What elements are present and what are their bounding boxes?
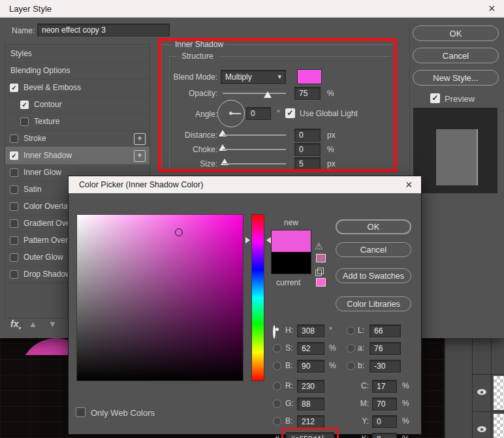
opacity-label: Opacity: xyxy=(165,89,217,98)
y-unit: % xyxy=(402,416,409,426)
c-label: C: xyxy=(358,381,369,390)
outer-glow-checkbox[interactable] xyxy=(10,253,18,262)
angle-dial[interactable] xyxy=(217,100,245,127)
gamut-warning-swatch[interactable] xyxy=(316,254,326,262)
g-input[interactable]: 88 xyxy=(297,398,324,411)
shadow-color-swatch[interactable] xyxy=(297,69,322,84)
s-input[interactable]: 62 xyxy=(297,342,324,355)
sidebar-item-bevel-emboss[interactable]: Bevel & Emboss xyxy=(5,79,150,97)
add-to-swatches-button[interactable]: Add to Swatches xyxy=(336,268,411,283)
layer-style-titlebar[interactable]: Layer Style × xyxy=(0,0,504,18)
sidebar-item-texture[interactable]: Texture xyxy=(5,113,150,131)
lab-b-input[interactable]: -30 xyxy=(370,360,401,373)
distance-slider[interactable] xyxy=(223,134,286,136)
picker-cancel-button[interactable]: Cancel xyxy=(336,242,411,257)
opacity-input[interactable]: 75 xyxy=(294,87,321,100)
contour-checkbox[interactable] xyxy=(20,101,29,109)
color-overlay-checkbox[interactable] xyxy=(10,202,18,211)
h-input[interactable]: 308 xyxy=(297,324,324,337)
angle-input[interactable]: 0 xyxy=(246,107,271,120)
opacity-slider[interactable] xyxy=(223,93,286,94)
move-effect-down-button[interactable]: ▼ xyxy=(48,319,57,329)
fx-menu-button[interactable]: fx▾ xyxy=(10,319,21,331)
opacity-slider-thumb[interactable] xyxy=(264,91,272,98)
texture-checkbox[interactable] xyxy=(20,117,29,126)
gradient-overlay-checkbox[interactable] xyxy=(10,219,18,228)
layer-thumbnail[interactable] xyxy=(494,414,504,438)
radio-b-brightness[interactable] xyxy=(273,362,281,370)
color-field[interactable] xyxy=(76,214,244,381)
radio-lab-b[interactable] xyxy=(347,362,355,370)
use-global-light-checkbox[interactable] xyxy=(285,108,295,118)
y-input[interactable]: 0 xyxy=(372,415,397,428)
inner-shadow-checkbox[interactable] xyxy=(10,151,18,160)
a-input[interactable]: 76 xyxy=(370,342,401,355)
radio-s[interactable] xyxy=(273,344,281,352)
preview-checkbox[interactable] xyxy=(430,93,440,103)
hue-arrow-left-icon[interactable] xyxy=(245,237,250,243)
sidebar-item-inner-shadow[interactable]: Inner Shadow + xyxy=(5,147,150,164)
c-input[interactable]: 17 xyxy=(372,380,397,393)
sidebar-item-styles[interactable]: Styles xyxy=(5,45,150,63)
inner-glow-checkbox[interactable] xyxy=(10,168,18,177)
text-cursor xyxy=(323,435,323,438)
radio-r[interactable] xyxy=(273,382,281,390)
b-brightness-label: B: xyxy=(285,361,292,370)
l-input[interactable]: 66 xyxy=(370,324,401,337)
window-title: Layer Style xyxy=(9,4,52,14)
hue-slider[interactable] xyxy=(251,214,264,381)
g-label: G: xyxy=(285,399,294,408)
size-input[interactable]: 5 xyxy=(294,157,321,170)
cancel-button[interactable]: Cancel xyxy=(413,48,499,63)
radio-l[interactable] xyxy=(347,326,355,335)
use-global-light-label: Use Global Light xyxy=(300,109,358,118)
picker-ok-button[interactable]: OK xyxy=(336,219,411,234)
gamut-warning-icon[interactable]: ⚠ xyxy=(315,241,323,251)
choke-input[interactable]: 0 xyxy=(294,143,321,156)
blend-mode-select[interactable]: Multiply ▾ xyxy=(221,70,286,84)
distance-input[interactable]: 0 xyxy=(294,129,321,142)
radio-b-blue[interactable] xyxy=(273,417,281,426)
move-effect-up-button[interactable]: ▲ xyxy=(29,319,37,329)
layer-visibility-eye-icon[interactable] xyxy=(477,426,486,432)
l-label: L: xyxy=(358,326,364,335)
layer-thumbnail[interactable] xyxy=(494,376,504,410)
web-safe-swatch[interactable] xyxy=(316,278,326,287)
pattern-overlay-checkbox[interactable] xyxy=(10,236,18,245)
radio-h[interactable] xyxy=(273,325,276,339)
sidebar-item-contour[interactable]: Contour xyxy=(5,96,150,114)
close-icon[interactable]: × xyxy=(488,3,496,14)
color-libraries-button[interactable]: Color Libraries xyxy=(336,296,411,311)
size-slider[interactable] xyxy=(223,163,286,164)
stroke-checkbox[interactable] xyxy=(10,134,18,143)
color-field-marker[interactable] xyxy=(175,228,183,236)
radio-a[interactable] xyxy=(347,344,355,352)
new-style-button[interactable]: New Style... xyxy=(413,70,499,86)
new-color-swatch xyxy=(271,230,311,252)
b-brightness-input[interactable]: 90 xyxy=(297,360,324,373)
ok-button[interactable]: OK xyxy=(413,25,499,41)
add-stroke-plus-button[interactable]: + xyxy=(134,133,146,145)
color-picker-titlebar[interactable]: Color Picker (Inner Shadow Color) × xyxy=(69,176,421,193)
name-input[interactable]: neon effect copy 3 xyxy=(37,23,170,37)
close-icon[interactable]: × xyxy=(405,179,413,191)
only-web-colors-checkbox[interactable] xyxy=(76,407,86,417)
hue-arrow-right-icon[interactable] xyxy=(266,237,271,243)
bevel-emboss-checkbox[interactable] xyxy=(10,84,18,92)
choke-slider[interactable] xyxy=(223,149,286,150)
m-input[interactable]: 70 xyxy=(372,398,397,411)
add-inner-shadow-plus-button[interactable]: + xyxy=(134,150,146,162)
b-blue-input[interactable]: 212 xyxy=(297,415,324,428)
panel-section-title: Structure xyxy=(181,52,213,61)
drop-shadow-checkbox[interactable] xyxy=(10,270,18,279)
size-unit: px xyxy=(327,159,336,168)
y-label: Y: xyxy=(358,416,369,426)
sidebar-item-blending-options[interactable]: Blending Options xyxy=(5,62,150,80)
satin-checkbox[interactable] xyxy=(10,185,18,194)
r-input[interactable]: 230 xyxy=(297,380,324,393)
sidebar-item-stroke[interactable]: Stroke + xyxy=(5,130,150,148)
hex-input[interactable]: #e658d4 xyxy=(286,432,334,438)
radio-g[interactable] xyxy=(273,399,281,408)
layer-visibility-eye-icon[interactable] xyxy=(477,389,486,395)
k-input[interactable]: 0 xyxy=(372,433,397,438)
